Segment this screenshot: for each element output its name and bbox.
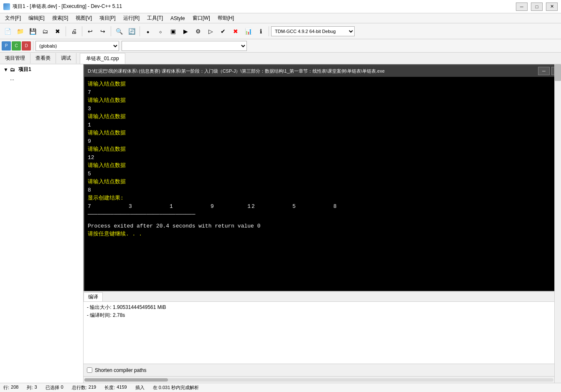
status-parse: 在 0.031 秒内完成解析 bbox=[153, 384, 199, 391]
tab-project-mgr[interactable]: 项目管理 bbox=[0, 53, 30, 63]
console-line-3: 请输入结点数据 bbox=[88, 96, 554, 105]
compile-run-button[interactable]: ▶ bbox=[180, 25, 191, 37]
replace-button[interactable]: 🔄 bbox=[126, 25, 137, 37]
compile-line-2: - 编译时间: 2.78s bbox=[87, 311, 551, 319]
compiler-dropdown[interactable]: TDM-GCC 4.9.2 64-bit Debug bbox=[271, 26, 355, 36]
menu-view[interactable]: 视图[V] bbox=[72, 14, 95, 23]
indent-button[interactable]: ⬥ bbox=[142, 25, 154, 37]
open-button[interactable]: 📁 bbox=[14, 25, 26, 37]
tab-class-view[interactable]: 查看类 bbox=[30, 53, 56, 63]
horizontal-scrollbar[interactable] bbox=[84, 376, 554, 383]
shorten-compiler-label: Shorten compiler paths bbox=[95, 367, 146, 373]
right-scrollbar[interactable] bbox=[554, 64, 561, 383]
toolbar2-sep-1 bbox=[33, 41, 33, 51]
sidebar-item-dots[interactable]: ... bbox=[0, 75, 83, 82]
console-press-key: 请按任意键继续. . . bbox=[88, 230, 554, 238]
menu-run[interactable]: 运行[R] bbox=[120, 14, 143, 23]
menu-help[interactable]: 帮助[H] bbox=[214, 14, 237, 23]
info-button[interactable]: ℹ bbox=[255, 25, 267, 37]
close-file-button[interactable]: ✖ bbox=[52, 25, 63, 37]
menu-bar: 文件[F] 编辑[E] 搜索[S] 视图[V] 项目[P] 运行[R] 工具[T… bbox=[0, 13, 561, 23]
title-bar: 项目1 - [单链表.dev] - [Executing] - Dev-C++ … bbox=[0, 0, 561, 13]
console-line-7: 请输入结点数据 bbox=[88, 129, 554, 137]
console-window: D:\红泥巴\我的课程体系\ (信息奥赛) 课程体系\第一阶段：入门级（CSP-… bbox=[84, 64, 554, 323]
menu-astyle[interactable]: AStyle bbox=[167, 15, 188, 22]
console-content: 请输入结点数据 7 请输入结点数据 3 请输入结点数据 1 请输入结点数据 9 … bbox=[84, 77, 554, 322]
class-icon[interactable]: C bbox=[12, 41, 21, 51]
close-button[interactable]: ✕ bbox=[546, 3, 558, 11]
bottom-tabs: 编译 bbox=[84, 292, 554, 302]
editor-area: — — — — — — — M a i n ( ) : f — — — D:\红… bbox=[84, 64, 554, 383]
menu-search[interactable]: 搜索[S] bbox=[49, 14, 72, 23]
save-button[interactable]: 💾 bbox=[27, 25, 38, 37]
tab-debug[interactable]: 调试 bbox=[56, 53, 76, 63]
toolbar-sep-2 bbox=[82, 26, 82, 36]
console-line-6: 1 bbox=[88, 121, 554, 129]
menu-window[interactable]: 窗口[W] bbox=[189, 14, 213, 23]
total-label: 总行数: bbox=[72, 384, 87, 391]
dots-icon: ... bbox=[10, 76, 14, 81]
scope-dropdown[interactable]: (globals) bbox=[36, 41, 119, 51]
status-length: 长度: 4159 bbox=[104, 384, 127, 391]
status-row: 行: 208 bbox=[3, 384, 18, 391]
console-separator: ───────────────────────────────── bbox=[88, 210, 554, 219]
length-label: 长度: bbox=[104, 384, 115, 391]
console-line-4: 3 bbox=[88, 105, 554, 113]
undo-button[interactable]: ↩ bbox=[84, 25, 96, 37]
symbol-dropdown[interactable] bbox=[122, 41, 247, 51]
col-value: 3 bbox=[34, 384, 37, 391]
tab-compile[interactable]: 编译 bbox=[84, 292, 103, 301]
selected-value: 0 bbox=[61, 384, 63, 391]
status-selected: 已选择 0 bbox=[46, 384, 63, 391]
row-label: 行: bbox=[3, 384, 9, 391]
console-title-bar: D:\红泥巴\我的课程体系\ (信息奥赛) 课程体系\第一阶段：入门级（CSP-… bbox=[84, 65, 554, 77]
collapse-icon: ▼ bbox=[3, 67, 8, 73]
redo-button[interactable]: ↪ bbox=[97, 25, 109, 37]
status-insert: 插入 bbox=[135, 384, 145, 391]
h-scroll-thumb[interactable] bbox=[84, 378, 168, 382]
shorten-compiler-area: Shorten compiler paths bbox=[84, 364, 554, 376]
project-icon[interactable]: P bbox=[2, 41, 11, 51]
toolbar-sep-3 bbox=[111, 26, 111, 36]
check-button[interactable]: ✔ bbox=[217, 25, 229, 37]
toolbar-sep-1 bbox=[66, 26, 66, 36]
menu-edit[interactable]: 编辑[E] bbox=[25, 14, 48, 23]
shorten-compiler-checkbox[interactable] bbox=[87, 367, 92, 373]
console-line-9: 请输入结点数据 bbox=[88, 145, 554, 154]
menu-file[interactable]: 文件[F] bbox=[2, 14, 24, 23]
sidebar-root[interactable]: ▼ 🗂 项目1 bbox=[0, 64, 83, 75]
console-line-11: 请输入结点数据 bbox=[88, 162, 554, 170]
save-all-button[interactable]: 🗂 bbox=[39, 25, 51, 37]
print-button[interactable]: 🖨 bbox=[68, 25, 80, 37]
toolbar-sep-5 bbox=[269, 26, 269, 36]
console-line-1: 请输入结点数据 bbox=[88, 80, 554, 89]
debug-icon[interactable]: D bbox=[22, 41, 31, 51]
maximize-button[interactable]: □ bbox=[531, 3, 543, 11]
console-line-2: 7 bbox=[88, 89, 554, 97]
minimize-button[interactable]: ─ bbox=[516, 3, 528, 11]
menu-tools[interactable]: 工具[T] bbox=[144, 14, 166, 23]
app-icon bbox=[3, 3, 10, 10]
unindent-button[interactable]: ⬦ bbox=[155, 25, 166, 37]
status-bar: 行: 208 列: 3 已选择 0 总行数: 219 长度: 4159 插入 在… bbox=[0, 383, 561, 392]
comment-button[interactable]: ▣ bbox=[167, 25, 179, 37]
console-line-14: 8 bbox=[88, 186, 554, 195]
status-total: 总行数: 219 bbox=[72, 384, 96, 391]
console-max-button[interactable]: □ bbox=[551, 67, 554, 75]
h-scroll-track bbox=[84, 378, 553, 382]
nav-bar: 项目管理 查看类 调试 单链表_01.cpp bbox=[0, 53, 561, 64]
compile-button[interactable]: ⚙ bbox=[192, 25, 204, 37]
toolbar-secondary: P C D (globals) bbox=[0, 39, 561, 53]
chart-button[interactable]: 📊 bbox=[242, 25, 254, 37]
file-tab-main[interactable]: 单链表_01.cpp bbox=[80, 53, 125, 64]
console-min-button[interactable]: ─ bbox=[538, 67, 550, 75]
length-value: 4159 bbox=[117, 384, 127, 391]
row-value: 208 bbox=[11, 384, 18, 391]
run-button[interactable]: ▷ bbox=[205, 25, 216, 37]
find-button[interactable]: 🔍 bbox=[113, 25, 125, 37]
total-value: 219 bbox=[89, 384, 96, 391]
stop-button[interactable]: ✖ bbox=[230, 25, 241, 37]
new-button[interactable]: 📄 bbox=[2, 25, 13, 37]
menu-project[interactable]: 项目[P] bbox=[96, 14, 119, 23]
console-result-label: 显示创建结果: bbox=[88, 194, 554, 202]
